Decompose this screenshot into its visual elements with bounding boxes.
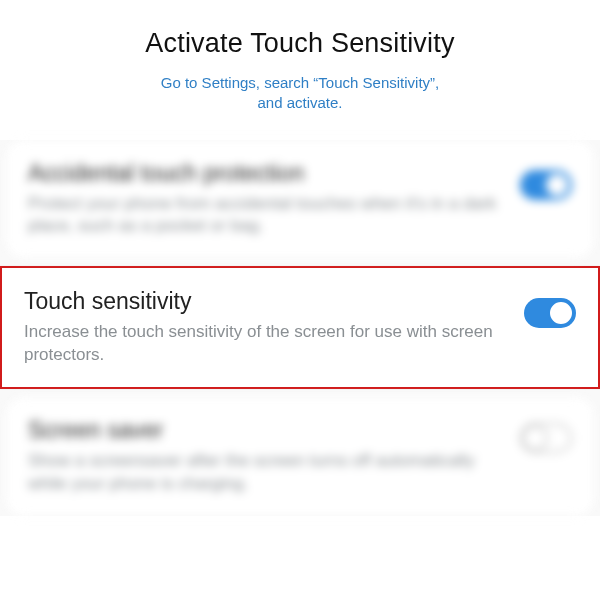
- page-title: Activate Touch Sensitivity: [20, 28, 580, 59]
- setting-description: Protect your phone from accidental touch…: [28, 193, 502, 239]
- toggle-accidental-touch[interactable]: [520, 170, 572, 200]
- toggle-knob-icon: [522, 425, 548, 451]
- subtitle-line-1: Go to Settings, search “Touch Sensitivit…: [161, 74, 439, 91]
- toggle-screen-saver[interactable]: [520, 423, 572, 453]
- setting-title: Touch sensitivity: [24, 288, 506, 315]
- subtitle-line-2: and activate.: [257, 94, 342, 111]
- setting-title: Screen saver: [28, 417, 502, 444]
- setting-description: Increase the touch sensitivity of the sc…: [24, 321, 506, 367]
- settings-list: Accidental touch protection Protect your…: [0, 140, 600, 517]
- setting-row-screen-saver[interactable]: Screen saver Show a screensaver after th…: [6, 397, 594, 516]
- setting-row-text: Accidental touch protection Protect your…: [28, 160, 502, 239]
- setting-row-accidental-touch[interactable]: Accidental touch protection Protect your…: [6, 140, 594, 259]
- toggle-knob-icon: [544, 172, 570, 198]
- setting-row-text: Touch sensitivity Increase the touch sen…: [24, 288, 506, 367]
- setting-title: Accidental touch protection: [28, 160, 502, 187]
- toggle-touch-sensitivity[interactable]: [524, 298, 576, 328]
- page-subtitle: Go to Settings, search “Touch Sensitivit…: [20, 73, 580, 114]
- setting-row-text: Screen saver Show a screensaver after th…: [28, 417, 502, 496]
- setting-description: Show a screensaver after the screen turn…: [28, 450, 502, 496]
- instruction-header: Activate Touch Sensitivity Go to Setting…: [0, 0, 600, 126]
- toggle-knob-icon: [548, 300, 574, 326]
- setting-row-touch-sensitivity[interactable]: Touch sensitivity Increase the touch sen…: [0, 266, 600, 389]
